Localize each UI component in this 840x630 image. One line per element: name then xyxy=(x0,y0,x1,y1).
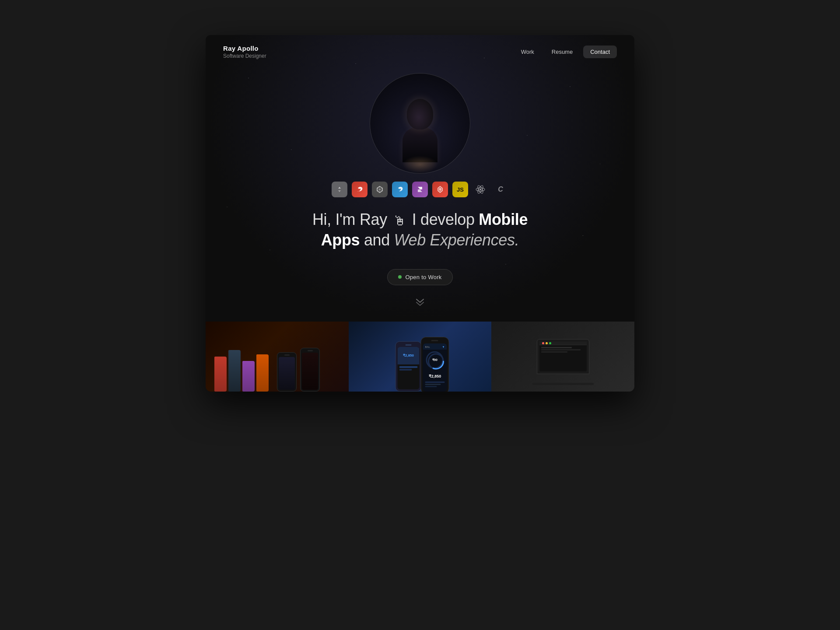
bold-apps: Apps xyxy=(321,231,360,249)
and-text: and xyxy=(364,231,394,249)
badge-status-dot xyxy=(398,275,402,279)
headline-line2: Apps and Web Experiences. xyxy=(223,230,617,251)
badge-label: Open to Work xyxy=(405,274,441,280)
avatar-circle xyxy=(370,73,470,174)
silhouette xyxy=(398,99,442,173)
hero-text: Hi, I'm Ray 🖱 I develop Mobile Apps and … xyxy=(206,197,634,259)
skill-swift xyxy=(352,182,368,197)
italic-web: Web Experiences. xyxy=(394,231,519,249)
skill-xcode xyxy=(332,182,347,197)
book-2 xyxy=(228,350,241,392)
nav-resume[interactable]: Resume xyxy=(545,46,580,58)
silhouette-body xyxy=(402,127,438,162)
nav-brand: Ray Apollo Software Designer xyxy=(223,45,266,59)
portfolio-item-books[interactable] xyxy=(206,322,349,392)
skill-js: JS xyxy=(452,182,468,197)
books-mockup xyxy=(214,348,320,392)
skill-c: C xyxy=(493,182,508,197)
nav-links: Work Resume Contact xyxy=(514,46,617,58)
svg-marker-5 xyxy=(418,189,422,192)
phone-mock-2 xyxy=(300,348,320,392)
brand-name: Ray Apollo xyxy=(223,45,266,52)
skill-framer xyxy=(412,182,428,197)
svg-point-8 xyxy=(480,189,481,190)
skill-icons: JS C xyxy=(206,182,634,197)
hero-section: Ray Apollo Software Designer Work Resume… xyxy=(206,35,634,322)
open-to-work-badge[interactable]: Open to Work xyxy=(387,269,452,285)
book-4 xyxy=(256,354,269,392)
portfolio-item-desktop[interactable] xyxy=(491,322,634,392)
scroll-down-icon[interactable] xyxy=(415,298,425,308)
phones-mockup: ₹2,850 BAL ▼ xyxy=(391,337,449,392)
headline-line1: Hi, I'm Ray 🖱 I develop Mobile xyxy=(312,210,528,228)
phone-mock-1 xyxy=(277,352,297,392)
book-1 xyxy=(214,357,227,392)
avatar-container xyxy=(206,69,634,174)
phone-back: ₹2,850 xyxy=(395,341,421,392)
badge-container: Open to Work xyxy=(206,269,634,285)
chevron-container xyxy=(206,298,634,308)
brand-subtitle: Software Designer xyxy=(223,53,266,59)
hero-headline: Hi, I'm Ray 🖱 I develop Mobile Apps and … xyxy=(223,210,617,251)
nav-work[interactable]: Work xyxy=(514,46,541,58)
portfolio-item-finance[interactable]: ₹2,850 BAL ▼ xyxy=(349,322,492,392)
skill-swiftui xyxy=(392,182,408,197)
bold-mobile: Mobile xyxy=(479,210,528,228)
cursor-icon: 🖱 xyxy=(393,212,406,229)
nav-contact[interactable]: Contact xyxy=(583,46,617,58)
skill-gem xyxy=(432,182,448,197)
silhouette-head xyxy=(407,99,433,130)
skill-react xyxy=(472,182,488,197)
phone-front: BAL ▼ ₹90 xyxy=(420,337,449,392)
svg-marker-4 xyxy=(418,187,422,189)
skill-scenekit xyxy=(372,182,388,197)
portfolio-grid: ₹2,850 BAL ▼ xyxy=(206,322,634,392)
desktop-mockup xyxy=(491,322,634,392)
navigation: Ray Apollo Software Designer Work Resume… xyxy=(206,35,634,69)
book-3 xyxy=(242,361,255,392)
browser-window: Ray Apollo Software Designer Work Resume… xyxy=(206,35,634,392)
